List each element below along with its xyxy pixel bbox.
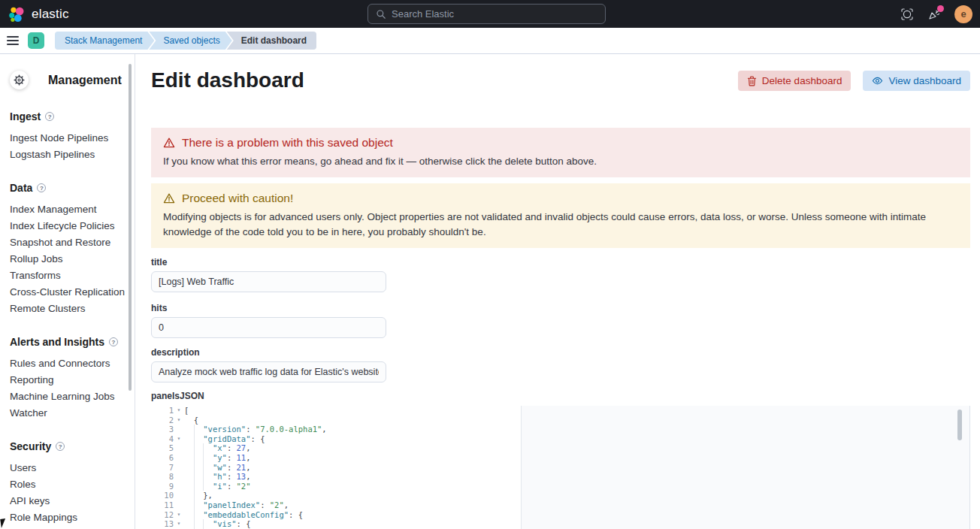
fold-arrow-icon[interactable]: ▾ <box>174 519 184 529</box>
breadcrumb-bar: D Stack ManagementSaved objectsEdit dash… <box>0 28 980 54</box>
space-badge[interactable]: D <box>28 32 44 49</box>
sidebar-item-cross-cluster-replication[interactable]: Cross-Cluster Replication <box>10 284 135 301</box>
warning-callout-title: Proceed with caution! <box>182 192 293 205</box>
error-callout: There is a problem with this saved objec… <box>151 128 970 177</box>
sidebar-item-api-keys[interactable]: API keys <box>10 493 135 509</box>
sidebar-item-remote-clusters[interactable]: Remote Clusters <box>10 301 135 317</box>
breadcrumb-edit-dashboard: Edit dashboard <box>227 32 316 50</box>
line-number: 10 <box>151 491 174 500</box>
mouse-cursor <box>0 518 11 528</box>
question-in-circle-icon: ? <box>109 337 118 346</box>
breadcrumb-stack-management[interactable]: Stack Management <box>55 32 154 50</box>
line-number: 1 <box>151 406 174 416</box>
sidebar-item-logstash-pipelines[interactable]: Logstash Pipelines <box>10 147 135 163</box>
error-callout-body: If you know what this error means, go ah… <box>163 154 958 169</box>
line-number: 8 <box>151 472 174 482</box>
hits-field[interactable] <box>151 317 386 338</box>
sidebar-item-ingest-node-pipelines[interactable]: Ingest Node Pipelines <box>10 130 135 147</box>
notification-dot <box>937 5 944 12</box>
panels-json-editor[interactable]: 1▾[2▾ {3 "version": "7.0.0-alpha1",4▾ "g… <box>151 406 970 529</box>
description-field-group: description <box>151 347 970 382</box>
view-dashboard-button[interactable]: View dashboard <box>863 71 970 91</box>
sidebar-scrollbar[interactable] <box>129 64 132 391</box>
alert-triangle-icon <box>163 192 175 204</box>
editor-line: 7 "w": 21, <box>151 463 969 473</box>
fold-arrow-icon[interactable]: ▾ <box>174 510 184 520</box>
sidebar-sections: Ingest?Ingest Node PipelinesLogstash Pip… <box>10 110 135 526</box>
sidebar-item-watcher[interactable]: Watcher <box>10 405 135 422</box>
editor-scrollbar[interactable] <box>957 410 962 440</box>
guided-setup-icon[interactable] <box>900 8 914 21</box>
search-icon <box>376 9 386 20</box>
search-placeholder: Search Elastic <box>392 8 454 20</box>
fold-spacer <box>174 463 184 473</box>
sidebar-heading-ingest: Ingest? <box>10 110 135 122</box>
user-avatar[interactable]: e <box>954 5 972 23</box>
line-number: 4 <box>151 434 174 444</box>
sidebar-item-snapshot-and-restore[interactable]: Snapshot and Restore <box>10 234 135 251</box>
breadcrumb-saved-objects[interactable]: Saved objects <box>149 32 231 50</box>
sidebar-item-machine-learning-jobs[interactable]: Machine Learning Jobs <box>10 388 135 405</box>
sidebar-item-roles[interactable]: Roles <box>10 476 135 493</box>
line-number: 6 <box>151 453 174 463</box>
fold-spacer <box>174 443 184 453</box>
fold-arrow-icon[interactable]: ▾ <box>174 416 184 425</box>
editor-line: 6 "y": 11, <box>151 453 969 463</box>
question-in-circle-icon: ? <box>56 442 65 451</box>
fold-arrow-icon[interactable]: ▾ <box>174 434 184 444</box>
editor-line: 5 "x": 27, <box>151 443 969 453</box>
sidebar-heading-security: Security? <box>10 440 135 452</box>
fold-spacer <box>174 491 184 500</box>
editor-line: 1▾[ <box>151 406 969 416</box>
hits-field-label: hits <box>151 303 970 313</box>
line-number: 2 <box>151 416 174 425</box>
warning-callout: Proceed with caution! Modifying objects … <box>151 183 970 248</box>
elastic-home-link[interactable]: elastic <box>0 5 69 23</box>
global-search-input[interactable]: Search Elastic <box>368 4 606 24</box>
sidebar-item-rollup-jobs[interactable]: Rollup Jobs <box>10 251 135 268</box>
sidebar-item-reporting[interactable]: Reporting <box>10 372 135 388</box>
line-number: 5 <box>151 443 174 453</box>
sidebar-item-index-management[interactable]: Index Management <box>10 201 135 218</box>
delete-dashboard-button[interactable]: Delete dashboard <box>738 71 851 91</box>
main-content: Edit dashboard Delete dashboard <box>135 54 980 529</box>
menu-icon[interactable] <box>0 28 26 53</box>
title-field-group: title <box>151 257 970 292</box>
error-callout-title: There is a problem with this saved objec… <box>182 136 393 150</box>
description-field-label: description <box>151 347 970 358</box>
question-in-circle-icon: ? <box>37 183 46 192</box>
gear-icon <box>10 71 29 89</box>
line-number: 7 <box>151 463 174 473</box>
sidebar-item-index-lifecycle-policies[interactable]: Index Lifecycle Policies <box>10 218 135 234</box>
management-sidebar: Management Ingest?Ingest Node PipelinesL… <box>0 54 135 529</box>
editor-line: 12▾ "embeddableConfig": { <box>151 510 969 520</box>
sidebar-item-transforms[interactable]: Transforms <box>10 268 135 284</box>
question-in-circle-icon: ? <box>45 112 54 121</box>
fold-arrow-icon[interactable]: ▾ <box>174 406 184 416</box>
breadcrumbs: Stack ManagementSaved objectsEdit dashbo… <box>55 32 316 50</box>
title-field[interactable] <box>151 271 386 292</box>
line-number: 13 <box>151 519 174 529</box>
page-title: Edit dashboard <box>151 68 304 93</box>
top-header-bar: elastic Search Elastic <box>0 0 980 28</box>
sidebar-item-users[interactable]: Users <box>10 460 135 476</box>
sidebar-item-rules-and-connectors[interactable]: Rules and Connectors <box>10 355 135 372</box>
brand-name: elastic <box>32 7 69 22</box>
sidebar-heading-alerts-and-insights: Alerts and Insights? <box>10 336 135 348</box>
editor-line: 13▾ "vis": { <box>151 519 969 529</box>
editor-line: 8 "h": 13, <box>151 472 969 482</box>
description-field[interactable] <box>151 361 386 382</box>
newsfeed-icon[interactable] <box>927 8 941 21</box>
fold-spacer <box>174 472 184 482</box>
fold-spacer <box>174 500 184 510</box>
line-number: 9 <box>151 482 174 491</box>
line-number: 3 <box>151 425 174 434</box>
sidebar-item-role-mappings[interactable]: Role Mappings <box>10 509 135 526</box>
line-number: 12 <box>151 510 174 520</box>
elastic-logo-icon <box>8 5 26 23</box>
panels-json-label: panelsJSON <box>151 391 970 401</box>
editor-line: 9 "i": "2" <box>151 482 969 491</box>
editor-line: 2▾ { <box>151 416 969 425</box>
panels-json-group: panelsJSON 1▾[2▾ {3 "version": "7.0.0-al… <box>151 391 970 529</box>
print-margin-line <box>521 406 522 529</box>
